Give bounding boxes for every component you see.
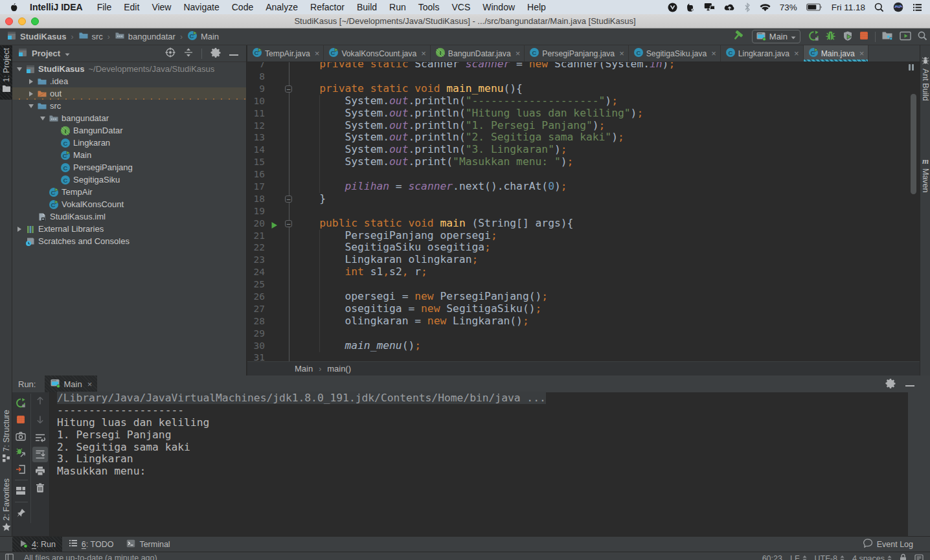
editor-tab-lingkaran-java[interactable]: CLingkaran.java× <box>721 45 804 62</box>
run-console-output[interactable]: /Library/Java/JavaVirtualMachines/jdk1.8… <box>50 392 908 536</box>
tool-window-button-todo[interactable]: 6: TODO <box>62 537 120 552</box>
wifi-menu-icon[interactable] <box>760 3 771 12</box>
notification-center-icon[interactable] <box>913 3 922 12</box>
exit-icon[interactable] <box>16 464 26 475</box>
fold-marker-icon[interactable]: – <box>285 85 292 93</box>
indent-widget[interactable]: 4 spaces <box>852 554 892 560</box>
close-icon[interactable]: × <box>516 49 521 58</box>
close-icon[interactable]: × <box>711 49 716 58</box>
tree-item-out[interactable]: out <box>12 87 246 100</box>
code-line-16[interactable] <box>294 168 675 181</box>
collapsed-arrow-icon[interactable] <box>26 91 36 96</box>
build-hammer-icon[interactable] <box>732 30 744 43</box>
debug-button[interactable] <box>825 30 836 43</box>
tree-item-external-libraries[interactable]: External Libraries <box>12 223 246 235</box>
pin-tab-icon[interactable] <box>16 508 26 518</box>
inspection-indicator-icon[interactable] <box>912 64 914 71</box>
menu-run[interactable]: Run <box>383 2 413 12</box>
app-menu[interactable]: IntelliJ IDEA <box>30 2 83 12</box>
editor-tab-vokalkonscount-java[interactable]: CVokalKonsCount.java× <box>324 45 430 62</box>
code-line-26[interactable]: opersegi = new PersegiPanjang(); <box>294 291 675 303</box>
restore-layout-icon[interactable] <box>16 486 26 496</box>
code-line-27[interactable]: osegitiga = new SegitigaSiku(); <box>294 303 675 315</box>
run-configuration-select[interactable]: Main <box>752 30 800 43</box>
rerun-button[interactable] <box>16 398 26 408</box>
tree-item-main[interactable]: CMain <box>12 149 246 161</box>
run-with-coverage-button[interactable] <box>843 30 854 43</box>
fold-marker-icon[interactable]: – <box>285 220 292 227</box>
thread-dump-icon[interactable] <box>16 431 26 442</box>
tool-window-switcher-icon[interactable] <box>5 554 14 560</box>
collapsed-arrow-icon[interactable] <box>26 79 36 84</box>
tree-item-src[interactable]: src <box>12 100 246 112</box>
code-line-28[interactable]: olingkaran = new Lingkaran(); <box>294 315 675 328</box>
print-icon[interactable] <box>35 465 45 476</box>
menu-window[interactable]: Window <box>477 2 521 12</box>
stripe-button-structure[interactable]: 7: Structure <box>0 410 12 476</box>
code-line-23[interactable]: Lingkaran olingkaran; <box>294 254 675 266</box>
stop-button[interactable] <box>16 414 26 425</box>
close-icon[interactable]: × <box>421 49 426 58</box>
menu-help[interactable]: Help <box>521 2 552 12</box>
scroll-to-end-icon[interactable] <box>35 449 45 460</box>
antivirus-menu-icon[interactable] <box>668 3 677 12</box>
inspection-indicator-icon[interactable] <box>909 64 911 71</box>
tool-window-button-terminal[interactable]: Terminal <box>120 537 176 552</box>
close-icon[interactable]: × <box>619 49 624 58</box>
code-line-22[interactable]: SegitigaSiku osegitiga; <box>294 241 675 254</box>
code-line-8[interactable] <box>294 71 675 83</box>
project-structure-button[interactable] <box>881 30 893 43</box>
tree-item-lingkaran[interactable]: CLingkaran <box>12 137 246 149</box>
menu-navigate[interactable]: Navigate <box>177 2 225 12</box>
code-editor[interactable]: 7891011121314151617181920212223242526272… <box>247 62 920 361</box>
breadcrumb-item-main[interactable]: CMain <box>187 30 219 43</box>
menu-view[interactable]: View <box>146 2 177 12</box>
tree-item-studikasus-iml[interactable]: StudiKasus.iml <box>12 210 246 223</box>
search-everywhere-button[interactable] <box>917 30 927 43</box>
chevron-down-icon[interactable] <box>65 49 70 58</box>
breadcrumb-item-src[interactable]: src <box>78 30 103 43</box>
tree-item-scratches-and-consoles[interactable]: Scratches and Consoles <box>12 235 246 247</box>
close-icon[interactable]: × <box>315 49 320 58</box>
code-line-18[interactable]: } <box>294 193 675 205</box>
editor-tab-main-java[interactable]: CMain.java× <box>804 45 869 62</box>
breadcrumb-class[interactable]: Main <box>295 364 313 374</box>
displays-menu-icon[interactable] <box>704 3 715 12</box>
expanded-arrow-icon[interactable] <box>26 104 36 108</box>
line-separator-widget[interactable]: LF <box>790 554 807 560</box>
code-line-14[interactable]: System.out.println("3. Lingkaran"); <box>294 144 675 156</box>
menu-edit[interactable]: Edit <box>118 2 146 12</box>
editor-tab-segitigasiku-java[interactable]: CSegitigaSiku.java× <box>629 45 721 62</box>
tree-item-bangundatar[interactable]: IBangunDatar <box>12 124 246 137</box>
tool-window-button-run[interactable]: 4: Run <box>12 537 62 552</box>
clear-all-icon[interactable] <box>35 482 45 493</box>
fold-marker-icon[interactable]: – <box>285 196 292 203</box>
window-title-bar[interactable]: StudiKasus [~/Developments/Java/StudiKas… <box>0 14 930 28</box>
menu-build[interactable]: Build <box>350 2 383 12</box>
editor-tab-tempair-java[interactable]: CTempAir.java× <box>247 45 324 62</box>
menu-code[interactable]: Code <box>225 2 259 12</box>
collapse-all-icon[interactable] <box>184 48 193 59</box>
close-icon[interactable]: × <box>859 49 865 58</box>
code-line-7[interactable]: private static Scanner scanner = new Sca… <box>294 62 675 71</box>
stop-button[interactable] <box>859 31 868 42</box>
apple-menu-icon[interactable] <box>9 2 17 12</box>
attach-debugger-icon[interactable] <box>16 447 26 458</box>
rerun-button[interactable] <box>808 30 819 43</box>
code-line-12[interactable]: System.out.println("1. Persegi Panjang")… <box>294 120 675 132</box>
next-occurrence-icon[interactable] <box>35 414 45 425</box>
tree-item-segitigasiku[interactable]: CSegitigaSiku <box>12 174 246 186</box>
battery-icon[interactable] <box>806 3 822 11</box>
tree-item-tempair[interactable]: CTempAir <box>12 186 246 198</box>
evernote-menu-icon[interactable] <box>686 3 695 12</box>
hide-panel-icon[interactable] <box>905 379 914 389</box>
code-line-25[interactable] <box>294 278 675 291</box>
caret-position-widget[interactable]: 60:23 <box>762 554 782 560</box>
code-line-19[interactable] <box>294 205 675 218</box>
code-line-20[interactable]: public static void main (String[] args){ <box>294 218 675 230</box>
soft-wrap-icon[interactable] <box>35 432 45 443</box>
tree-item--idea[interactable]: .idea <box>12 75 246 87</box>
reader-mode-icon[interactable] <box>914 554 924 560</box>
editor-scrollbar[interactable] <box>911 94 916 194</box>
editor-tab-bangundatar-java[interactable]: IBangunDatar.java× <box>431 45 525 62</box>
